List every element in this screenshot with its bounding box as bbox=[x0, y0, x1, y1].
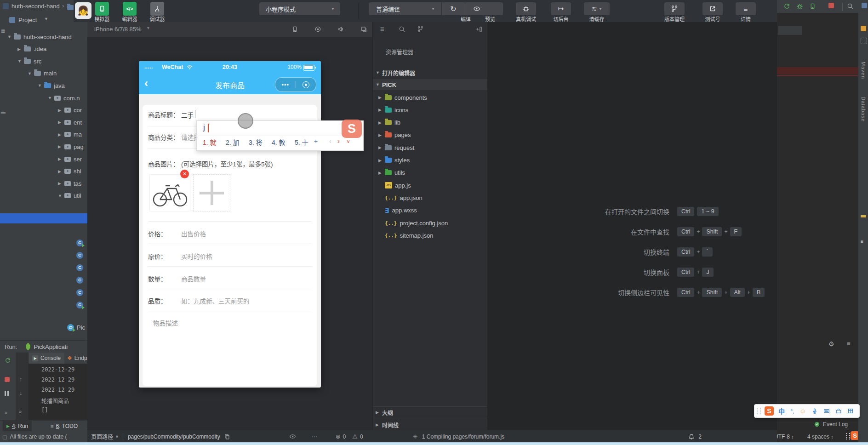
tree-class-item[interactable]: C bbox=[76, 300, 83, 309]
file-item-request[interactable]: ▶request bbox=[373, 142, 488, 153]
field-input[interactable]: 出售价格 bbox=[181, 229, 206, 238]
path-mode-caret[interactable]: ▼ bbox=[115, 434, 119, 439]
toggle-editor[interactable]: </> bbox=[123, 2, 137, 16]
source-control-icon[interactable] bbox=[417, 26, 424, 34]
tree-item-ma[interactable]: ▶ma bbox=[58, 130, 82, 139]
ime-candidate-2[interactable]: 2. 加 bbox=[226, 137, 240, 147]
file-item-pages[interactable]: ▶pages bbox=[373, 130, 488, 141]
field-input[interactable]: 如：九成新、三天前买的 bbox=[181, 296, 250, 305]
rerun-icon[interactable] bbox=[783, 3, 790, 10]
tray-drag-handle[interactable] bbox=[757, 408, 761, 414]
ime-candidate-3[interactable]: 3. 将 bbox=[249, 137, 263, 147]
file-caret[interactable]: ▶ bbox=[378, 120, 385, 125]
more-menu-icon[interactable]: ••• bbox=[275, 81, 296, 88]
tree-item-src[interactable]: ▼src bbox=[17, 57, 41, 66]
layout-icon[interactable] bbox=[847, 408, 854, 414]
search-icon[interactable] bbox=[399, 26, 405, 34]
ime-expand-icon[interactable]: + bbox=[314, 137, 318, 145]
tree-item-tas[interactable]: ▶tas bbox=[58, 179, 81, 188]
scheme-dropdown[interactable]: 小程序模式▼ bbox=[259, 2, 340, 15]
ime-prev-page-icon[interactable]: ‹ bbox=[329, 137, 331, 145]
tree-caret[interactable]: ▶ bbox=[58, 144, 64, 149]
current-page-path[interactable]: pages/pubCommodity/pubCommodity bbox=[128, 434, 220, 440]
gradle-icon[interactable] bbox=[861, 38, 867, 44]
version-control-button[interactable] bbox=[664, 2, 685, 15]
sogou-tray-logo[interactable]: S bbox=[765, 406, 774, 416]
tree-caret[interactable]: ▶ bbox=[58, 120, 64, 125]
section-大纲[interactable]: ▶大纲 bbox=[373, 406, 488, 418]
todo-window-tab[interactable]: ≡ 6: TODO bbox=[48, 421, 80, 432]
file-item-styles[interactable]: ▶styles bbox=[373, 155, 488, 166]
compile-button[interactable]: ↻ bbox=[442, 5, 465, 13]
microphone-icon[interactable] bbox=[811, 408, 818, 414]
database-tool-button[interactable]: Database bbox=[861, 97, 866, 122]
uploaded-image[interactable] bbox=[149, 174, 190, 211]
run-tab-console[interactable]: ▶Console bbox=[29, 353, 64, 364]
compile-mode-dropdown[interactable]: 普通编译 bbox=[376, 5, 400, 13]
chinese-mode-toggle[interactable]: 中 bbox=[778, 406, 785, 416]
path-mode-selector[interactable]: 页面路径 bbox=[91, 433, 113, 440]
hide-windows-icon[interactable] bbox=[862, 3, 867, 8]
preview-visibility-icon[interactable] bbox=[289, 433, 296, 440]
tree-item-shi[interactable]: ▶shi bbox=[58, 167, 81, 176]
clear-cache-button[interactable]: ≋▼ bbox=[584, 2, 610, 15]
tree-item-application-class[interactable]: @Pic bbox=[67, 323, 85, 332]
sound-icon[interactable] bbox=[337, 26, 344, 33]
details-button[interactable]: ≡ bbox=[736, 2, 756, 15]
file-item-app-js[interactable]: JSapp.js bbox=[373, 180, 488, 191]
indent-indicator[interactable]: 4 spaces ↕ bbox=[807, 434, 833, 440]
tree-item-hutbsecondhand[interactable]: ▼hutb-second-hand bbox=[7, 32, 72, 41]
debug-icon[interactable] bbox=[796, 3, 803, 10]
toggle-debugger[interactable] bbox=[150, 2, 164, 16]
record-icon[interactable] bbox=[314, 26, 321, 33]
tree-caret[interactable]: ▼ bbox=[38, 83, 44, 88]
tree-caret[interactable]: ▼ bbox=[48, 96, 54, 100]
title-field-input[interactable]: 二手 bbox=[181, 110, 194, 120]
tree-item-idea[interactable]: ▶.idea bbox=[17, 45, 46, 54]
rotate-device-icon[interactable] bbox=[291, 26, 298, 33]
tree-class-item[interactable]: C bbox=[76, 238, 83, 247]
keyboard-icon[interactable] bbox=[823, 408, 830, 414]
ime-candidate-1[interactable]: 1. 就 bbox=[203, 137, 217, 147]
encoding-indicator[interactable]: UTF-8 ↕ bbox=[774, 434, 794, 440]
field-input[interactable]: 买时的价格 bbox=[181, 251, 212, 261]
file-item-components[interactable]: ▶components bbox=[373, 92, 488, 103]
tree-caret[interactable]: ▼ bbox=[17, 59, 24, 63]
toggle-simulator[interactable] bbox=[95, 2, 109, 16]
tree-item-ser[interactable]: ▶ser bbox=[58, 154, 82, 164]
emoji-icon[interactable]: ☺ bbox=[799, 407, 806, 415]
maven-tool-button[interactable]: Maven bbox=[861, 62, 866, 79]
file-item-lib[interactable]: ▶lib bbox=[373, 117, 488, 128]
ime-candidate-4[interactable]: 4. 教 bbox=[272, 137, 286, 147]
tree-item-pag[interactable]: ▶pag bbox=[58, 142, 84, 151]
collapse-panel-icon[interactable] bbox=[476, 26, 483, 34]
file-item-icons[interactable]: ▶icons bbox=[373, 104, 488, 115]
tree-caret[interactable]: ▼ bbox=[7, 34, 14, 39]
switch-background-button[interactable]: ↦ bbox=[551, 2, 571, 15]
description-textarea[interactable]: 物品描述 bbox=[153, 318, 178, 327]
tree-class-item[interactable]: C bbox=[76, 275, 83, 285]
event-log[interactable]: Event Log bbox=[814, 421, 848, 428]
stop-icon[interactable] bbox=[5, 377, 10, 383]
editor-menu-icon[interactable]: ≡ bbox=[847, 340, 851, 347]
status-more-icon[interactable]: ⋯ bbox=[312, 434, 317, 440]
add-image-button[interactable] bbox=[193, 174, 230, 211]
scroll-up-icon[interactable]: ↑ bbox=[19, 376, 23, 382]
tree-item-ent[interactable]: ▶ent bbox=[58, 118, 82, 127]
errors-icon[interactable]: ⊗ bbox=[336, 433, 341, 440]
console-output[interactable]: 2022-12-292022-12-292022-12-29轮播图商品[] bbox=[29, 364, 87, 420]
file-item-project-config-json[interactable]: {..}project.config.json bbox=[373, 217, 488, 228]
section-时间线[interactable]: ▶时间线 bbox=[373, 419, 488, 430]
device-selector-caret[interactable]: ▼ bbox=[146, 26, 150, 30]
tree-item-comn[interactable]: ▼com.n bbox=[48, 93, 80, 103]
file-item-utils[interactable]: ▶utils bbox=[373, 167, 488, 178]
gutter-more-icon[interactable]: » bbox=[19, 409, 22, 414]
file-caret[interactable]: ▶ bbox=[378, 145, 385, 150]
rerun-icon[interactable] bbox=[5, 357, 11, 365]
field-input[interactable]: 商品数量 bbox=[181, 274, 206, 283]
file-caret[interactable]: ▶ bbox=[378, 133, 385, 137]
tree-caret[interactable]: ▼ bbox=[58, 194, 64, 198]
file-item-app-json[interactable]: {..}app.json bbox=[373, 192, 488, 203]
copy-path-icon[interactable] bbox=[224, 434, 230, 440]
warnings-icon[interactable]: ⚠ bbox=[352, 433, 358, 440]
